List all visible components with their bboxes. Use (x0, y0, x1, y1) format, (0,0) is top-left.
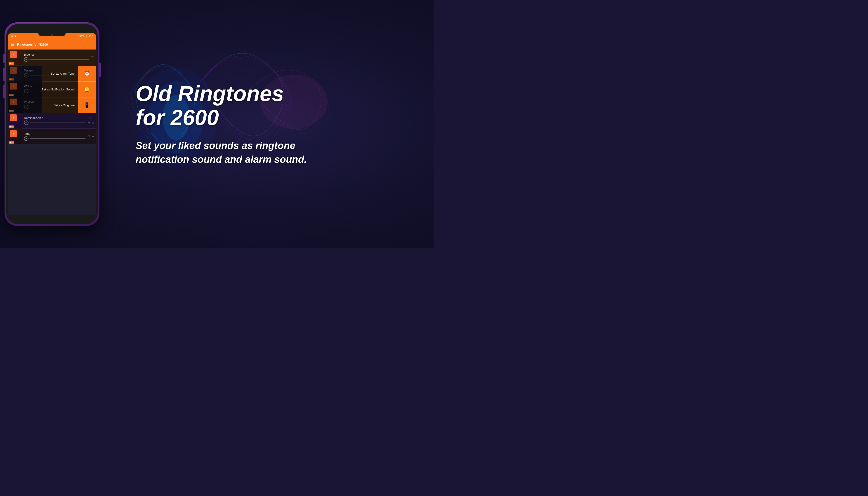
play-button[interactable]: ▶ (24, 136, 29, 141)
progress-bar (30, 59, 89, 60)
song-controls: ▶ (24, 121, 85, 125)
list-item[interactable]: 2021 ♪ Reminder Alert ▶ (8, 113, 96, 129)
song-list-container: 2021 ♪ Blue Ice ▶ (8, 49, 96, 215)
bell-icon: 🔔 (84, 87, 90, 92)
song-name: Reminder Alert (24, 116, 85, 120)
phone-outer: 📶 ✈ 100% 🔋 18:5 ☰ Ringtones for N2600 (4, 22, 99, 226)
notification-sound-label[interactable]: Set as Notification Sound (42, 82, 78, 97)
phone-inner: 📶 ✈ 100% 🔋 18:5 ☰ Ringtones for N2600 (6, 24, 98, 224)
song-thumbnail: 2021 ♪ (8, 49, 22, 65)
menu-icon[interactable]: ≡ (92, 121, 94, 125)
phone-power-button (99, 63, 101, 77)
phone-mockup: 📶 ✈ 100% 🔋 18:5 ☰ Ringtones for N2600 (4, 22, 99, 226)
list-item[interactable]: 2021 ♪ Tang ▶ (8, 129, 96, 144)
heart-icon[interactable]: ♡ (91, 56, 94, 59)
hamburger-icon[interactable]: ☰ (11, 43, 14, 47)
share-icon[interactable]: ⬆ (88, 135, 91, 138)
song-bottom-icons: ⬆ ≡ (88, 121, 94, 125)
phone-icon: 📱 (84, 102, 90, 108)
context-menu: Set as Alarm Tone Set as Notification So… (8, 66, 96, 113)
battery-icon: 🔋 (85, 35, 88, 37)
phone-screen: 📶 ✈ 100% 🔋 18:5 ☰ Ringtones for N2600 (8, 33, 96, 215)
song-actions: ⬆ ≡ (88, 135, 96, 138)
phone-mute-button (3, 54, 4, 63)
progress-bar (30, 123, 85, 123)
right-content: Old Ringtones for 2600 Set your liked so… (109, 0, 434, 248)
app-header: ☰ Ringtones for N2600 (8, 40, 96, 49)
song-thumbnail: 2021 ♪ (8, 128, 22, 144)
battery-text: 100% (78, 35, 84, 37)
progress-bar (30, 138, 85, 139)
song-bottom-icons: ⬆ ≡ (88, 135, 94, 138)
airplane-icon: ✈ (14, 35, 16, 37)
list-item[interactable]: 2021 ♪ Blue Ice ▶ (8, 49, 96, 65)
song-name: Tang (24, 132, 85, 136)
wifi-icon: 📶 (11, 35, 14, 37)
ringtone-label[interactable]: Set as Ringtone (42, 97, 78, 113)
song-actions: ♡ (91, 56, 96, 59)
year-badge: 2021 (9, 62, 14, 65)
song-controls: ▶ (24, 57, 89, 62)
year-badge: 2021 (9, 141, 14, 144)
play-button[interactable]: ▶ (24, 121, 29, 125)
song-controls: ▶ (24, 136, 85, 141)
song-info: Tang ▶ (22, 132, 88, 141)
status-icons-left: 📶 ✈ (11, 35, 16, 37)
status-icons-right: 100% 🔋 18:5 (78, 35, 93, 37)
heart-icon[interactable]: ♡ (89, 116, 92, 120)
share-icon[interactable]: ⬆ (88, 121, 91, 125)
song-actions: ♡ ⬆ ≡ (88, 116, 96, 125)
screen-content: 📶 ✈ 100% 🔋 18:5 ☰ Ringtones for N2600 (8, 33, 96, 215)
song-info: Reminder Alert ▶ (22, 116, 88, 125)
app-header-title: Ringtones for N2600 (17, 43, 48, 46)
alarm-icon-button[interactable]: ⏰ (78, 66, 96, 82)
alarm-tone-label[interactable]: Set as Alarm Tone (42, 66, 78, 82)
time-display: 18:5 (89, 35, 93, 37)
song-thumbnail: 2021 ♪ (8, 112, 22, 128)
phone-camera (51, 34, 53, 36)
play-button[interactable]: ▶ (24, 57, 29, 62)
context-menu-panel: ⏰ 🔔 📱 (78, 66, 96, 113)
song-info: Blue Ice ▶ (22, 53, 91, 62)
notification-icon-button[interactable]: 🔔 (78, 82, 96, 97)
alarm-clock-icon: ⏰ (84, 71, 90, 76)
ringtone-icon-button[interactable]: 📱 (78, 97, 96, 113)
main-title: Old Ringtones for 2600 (136, 82, 284, 129)
subtitle: Set your liked sounds as ringtone notifi… (136, 139, 339, 166)
song-name: Blue Ice (24, 53, 89, 56)
context-menu-labels: Set as Alarm Tone Set as Notification So… (42, 66, 78, 113)
menu-icon[interactable]: ≡ (92, 135, 94, 138)
year-badge: 2021 (9, 125, 14, 128)
phone-volume-down-button (3, 84, 4, 98)
phone-volume-up-button (3, 67, 4, 81)
